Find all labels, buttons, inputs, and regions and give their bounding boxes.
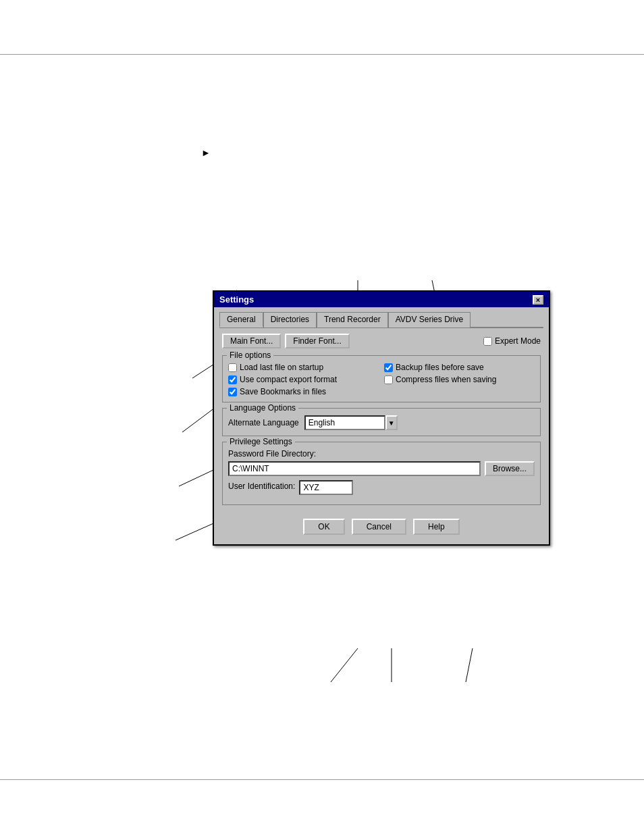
expert-mode-checkbox[interactable]	[483, 337, 492, 346]
language-options-group: Language Options Alternate Language ▼	[222, 408, 541, 436]
close-button[interactable]: ×	[533, 295, 543, 305]
tab-trend-recorder[interactable]: Trend Recorder	[317, 312, 388, 328]
expert-mode-label: Expert Mode	[495, 336, 541, 346]
load-last-file-checkbox[interactable]	[228, 363, 237, 372]
tab-avdv-series-drive[interactable]: AVDV Series Drive	[388, 312, 471, 328]
browse-button[interactable]: Browse...	[485, 461, 535, 476]
bottom-rule	[0, 779, 644, 780]
file-options-grid: Load last file on startup Backup files b…	[228, 363, 535, 396]
option-load-last-file[interactable]: Load last file on startup	[228, 363, 379, 372]
user-id-label: User Identification:	[228, 481, 295, 491]
option-save-bookmarks[interactable]: Save Bookmarks in files	[228, 387, 379, 396]
privilege-settings-content: Password File Directory: Browse... User …	[228, 449, 535, 495]
backup-files-checkbox[interactable]	[384, 363, 393, 372]
language-dropdown-button[interactable]: ▼	[385, 415, 398, 430]
language-select-wrapper: ▼	[304, 415, 398, 430]
compact-export-checkbox[interactable]	[228, 375, 237, 384]
password-file-label: Password File Directory:	[228, 449, 535, 459]
option-backup-files[interactable]: Backup files before save	[384, 363, 535, 372]
main-font-button[interactable]: Main Font...	[222, 334, 281, 348]
option-compact-export[interactable]: Use compact export format	[228, 375, 379, 384]
dialog-footer: OK Cancel Help	[219, 513, 543, 539]
tab-general[interactable]: General	[219, 312, 263, 328]
settings-dialog: Settings × General Directories Trend Rec…	[213, 290, 550, 546]
arrow-indicator: ►	[201, 147, 211, 158]
dialog-content: General Directories Trend Recorder AVDV …	[214, 307, 549, 544]
language-input[interactable]	[304, 415, 385, 430]
language-options-content: Alternate Language ▼	[228, 415, 535, 430]
ok-button[interactable]: OK	[303, 519, 344, 535]
password-file-row: Browse...	[228, 461, 535, 476]
cancel-button[interactable]: Cancel	[352, 519, 406, 535]
file-options-content: Load last file on startup Backup files b…	[228, 363, 535, 396]
privilege-settings-group: Privilege Settings Password File Directo…	[222, 442, 541, 505]
user-id-row: User Identification:	[228, 480, 535, 495]
language-options-legend: Language Options	[227, 403, 298, 413]
option-compress-files[interactable]: Compress files when saving	[384, 375, 535, 384]
finder-font-button[interactable]: Finder Font...	[285, 334, 349, 348]
compress-files-checkbox[interactable]	[384, 375, 393, 384]
expert-mode-wrapper: Expert Mode	[483, 336, 541, 346]
file-options-legend: File options	[227, 350, 273, 360]
svg-line-6	[466, 648, 473, 682]
save-bookmarks-checkbox[interactable]	[228, 388, 237, 396]
file-options-group: File options Load last file on startup B…	[222, 355, 541, 402]
dialog-title: Settings	[219, 294, 254, 305]
tab-directories[interactable]: Directories	[263, 312, 317, 328]
password-file-input[interactable]	[228, 461, 481, 476]
language-row: Alternate Language ▼	[228, 415, 535, 430]
privilege-settings-legend: Privilege Settings	[227, 437, 295, 446]
alternate-language-label: Alternate Language	[228, 418, 299, 427]
svg-line-4	[331, 648, 358, 682]
user-id-input[interactable]	[299, 480, 353, 495]
tab-bar: General Directories Trend Recorder AVDV …	[219, 311, 543, 328]
top-rule	[0, 54, 644, 55]
toolbar-row: Main Font... Finder Font... Expert Mode	[222, 334, 541, 348]
dialog-titlebar: Settings ×	[214, 292, 549, 307]
tab-content-general: Main Font... Finder Font... Expert Mode …	[219, 328, 543, 513]
help-button[interactable]: Help	[413, 519, 460, 535]
